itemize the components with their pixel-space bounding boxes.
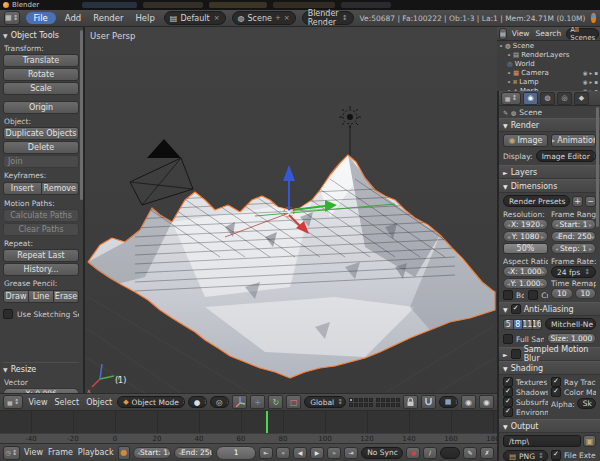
taskbar-item[interactable] (273, 2, 335, 8)
visibility-eye-icon[interactable]: ◉ (583, 70, 588, 76)
decrement-icon[interactable]: ◂ (507, 221, 510, 228)
lock-to-scene-button[interactable] (403, 395, 418, 409)
render-engine-selector[interactable]: Blender Render ↕ (302, 11, 354, 25)
increment-icon[interactable]: ▸ (592, 233, 595, 240)
current-frame-field[interactable]: 1 (216, 446, 256, 460)
editor-type-button[interactable]: ▤ (499, 28, 507, 40)
layer-cell[interactable] (359, 403, 363, 407)
outliner-row-renderlayers[interactable]: ∘ ▤ RenderLayers (497, 50, 600, 59)
increment-icon[interactable]: ▸ (589, 245, 592, 252)
grease-erase-button[interactable]: Erase (54, 290, 79, 303)
viewport-shading-dropdown[interactable]: ● ↕ (188, 396, 207, 408)
taskbar-item[interactable] (143, 2, 203, 8)
grease-draw-button[interactable]: Draw (3, 290, 29, 303)
manipulator-translate-button[interactable]: + (250, 395, 265, 409)
decrement-icon[interactable]: ◂ (555, 221, 558, 228)
frame-start-field[interactable]: ◂Start: 1▸ (551, 219, 596, 230)
close-icon[interactable]: × (214, 14, 220, 22)
frame-step-field[interactable]: ◂Step: 1▸ (551, 243, 596, 254)
scale-button[interactable]: Scale (3, 82, 79, 95)
outliner-row-world[interactable]: ◎ World (497, 59, 600, 68)
tab-scene[interactable]: ◍ (540, 92, 555, 105)
render-animation-button[interactable]: ▶ Animation (551, 134, 596, 147)
tab-object[interactable]: ◆ (574, 92, 589, 105)
ray-tracing-checkbox[interactable]: ✓Ray Tracing (551, 377, 596, 387)
motion-blur-panel-header[interactable]: ► Sampled Motion Blur (499, 347, 600, 361)
jump-to-end-button[interactable]: ⇥ (344, 447, 358, 459)
end-frame-field[interactable]: ◂ End: 250 ▸ (174, 447, 213, 459)
increment-icon[interactable]: ▸ (541, 233, 544, 240)
outliner-menu-search[interactable]: Search (534, 29, 562, 38)
color-management-checkbox[interactable]: ✓Color Manag (551, 387, 596, 397)
file-format-dropdown[interactable]: ▤ PNG ↕ (503, 450, 548, 461)
layer-cell[interactable] (386, 403, 390, 407)
taskbar-item[interactable] (82, 2, 137, 8)
output-path-field[interactable]: /tmp\ (503, 435, 581, 447)
rotate-button[interactable]: Rotate (3, 68, 79, 81)
delete-button[interactable]: Delete (3, 141, 79, 154)
layers-panel-header[interactable]: ► Layers (499, 165, 600, 179)
render-opengl-anim-button[interactable]: ◉ (479, 395, 494, 409)
expander-icon[interactable]: ∘ (507, 78, 511, 86)
outliner-menu-view[interactable]: View (511, 29, 531, 38)
manipulator-center[interactable] (287, 210, 291, 214)
aa-samples-11-button[interactable]: 11 (523, 319, 533, 330)
layer-cell[interactable] (381, 403, 385, 407)
resolution-percentage-button[interactable]: 50% (503, 243, 548, 254)
snap-magnet-button[interactable] (421, 395, 436, 409)
render-toggle-icon[interactable]: ▪ (594, 70, 598, 76)
keying-set-dropdown[interactable] (440, 447, 460, 459)
increment-icon[interactable]: ▸ (589, 221, 592, 228)
view3d-menu-object[interactable]: Object (84, 398, 114, 407)
layer-cell[interactable] (359, 398, 363, 402)
auto-key-mode-button[interactable]: ∕ (423, 447, 437, 459)
editor-type-button[interactable]: ◷ ↕ (3, 446, 20, 460)
duplicate-objects-button[interactable]: Duplicate Objects (3, 127, 79, 140)
terrain-mesh[interactable] (88, 155, 497, 378)
subsurface-checkbox[interactable]: ✓Subsurface (503, 397, 548, 407)
aa-samples-5-button[interactable]: 5 (503, 319, 514, 330)
selectability-icon[interactable]: ▸ (590, 70, 593, 76)
full-sample-checkbox[interactable]: Full Sample (503, 334, 544, 344)
layer-cell[interactable] (349, 398, 353, 402)
mode-dropdown[interactable]: ◆ Object Mode ↕ (117, 396, 184, 408)
editor-type-button[interactable]: ▦ ↕ (3, 395, 23, 409)
aa-size-field[interactable]: Size: 1.000 (547, 333, 596, 344)
camera-object[interactable] (130, 139, 193, 205)
history-button[interactable]: History... (3, 263, 79, 276)
pivot-center-dropdown[interactable]: ◎ ↕ (210, 396, 229, 408)
dimensions-panel-header[interactable]: ▼ Dimensions (499, 179, 600, 193)
layer-cell[interactable] (396, 403, 400, 407)
start-frame-field[interactable]: ◂ Start: 1 ▸ (133, 447, 171, 459)
remap-new-field[interactable]: 10 (575, 288, 597, 299)
aa-samples-8-button[interactable]: 8 (514, 319, 524, 330)
timeline-ruler[interactable]: -40 -20 0 20 40 60 80 100 120 140 160 18… (0, 433, 497, 444)
layer-cell[interactable] (349, 403, 353, 407)
render-panel-header[interactable]: ▼ Render (499, 118, 600, 132)
render-opengl-button[interactable]: ◉ (461, 395, 476, 409)
aa-filter-dropdown[interactable]: Mitchell-Ne ↕ (545, 318, 596, 330)
file-extensions-checkbox[interactable]: ✓File Extensi (551, 450, 596, 460)
layer-cell[interactable] (391, 398, 395, 402)
layer-cell[interactable] (354, 403, 358, 407)
expander-icon[interactable]: ∘ (507, 51, 511, 59)
render-presets-dropdown[interactable]: Render Presets ↕ (503, 195, 570, 207)
frame-end-field[interactable]: ◂End: 250▸ (551, 231, 596, 242)
decrement-icon[interactable]: ◂ (555, 245, 558, 252)
timeline-menu-view[interactable]: View (23, 448, 44, 457)
outliner-row-lamp[interactable]: ∘ ¤ Lamp ◉ ▸ ▪ (497, 77, 600, 86)
timeline-canvas[interactable] (0, 411, 497, 433)
clear-paths-button[interactable]: Clear Paths (3, 223, 79, 236)
increment-icon[interactable]: ▸ (542, 268, 545, 275)
insert-keyframe-button[interactable]: Insert (3, 182, 42, 195)
border-checkbox[interactable]: Bo (503, 290, 524, 300)
insert-keyframes-button[interactable]: ✎ (463, 447, 477, 459)
origin-button[interactable]: Origin (3, 101, 79, 114)
prev-keyframe-button[interactable]: « (276, 447, 290, 459)
aspect-y-field[interactable]: ◂Y: 1.000▸ (503, 278, 548, 289)
layer-cell[interactable] (381, 398, 385, 402)
taskbar-item[interactable] (209, 2, 267, 8)
decrement-icon[interactable]: ◂ (507, 233, 510, 240)
resolution-x-field[interactable]: ◂X: 1920▸ (503, 219, 548, 230)
display-dropdown[interactable]: Image Editor ↕ (536, 150, 596, 162)
